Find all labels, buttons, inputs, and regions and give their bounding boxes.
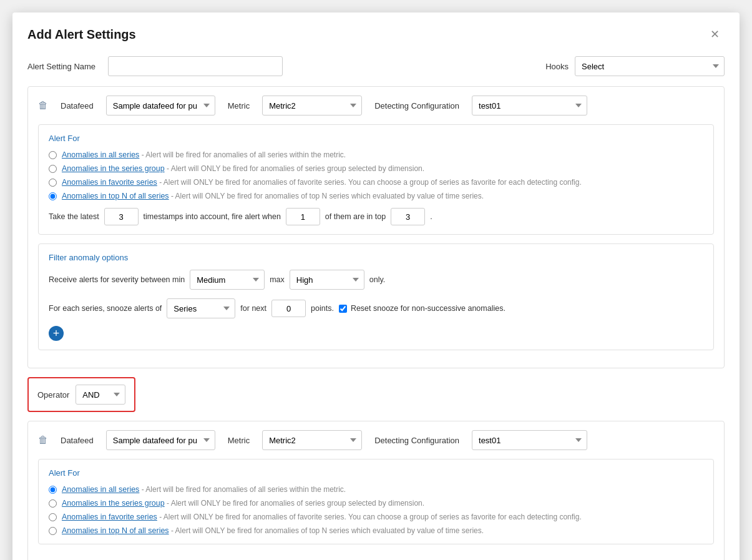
snooze-row-1: For each series, snooze alerts of Series…: [49, 298, 703, 318]
detecting-select-2[interactable]: test01: [472, 430, 587, 450]
operator-select[interactable]: AND OR: [76, 385, 125, 405]
snooze-points-suffix-1: points.: [311, 304, 334, 313]
radio-item-1c: Anomalies in favorite series - Alert wil…: [49, 178, 703, 187]
timestamps-input-val3-1[interactable]: [391, 208, 425, 225]
datafeed-label-1: Datafeed: [61, 101, 94, 111]
metric-select-1[interactable]: Metric2: [262, 96, 362, 115]
snooze-prefix-1: For each series, snooze alerts of: [49, 304, 162, 313]
detecting-select-1[interactable]: test01: [472, 96, 587, 115]
radio-top-n-series-2[interactable]: [49, 527, 57, 535]
operator-row: Operator AND OR: [27, 377, 135, 412]
add-filter-button-1[interactable]: +: [49, 326, 64, 341]
filter-title-1: Filter anomaly options: [49, 253, 703, 262]
severity-suffix-1: only.: [369, 275, 385, 284]
alert-for-title-1: Alert For: [49, 134, 703, 143]
alert-for-radio-group-1: Anomalies in all series - Alert will be …: [49, 150, 703, 200]
snooze-select-1[interactable]: Series Metric All: [167, 298, 235, 318]
timestamps-mid-1: timestamps into account, fire alert when: [144, 212, 281, 221]
reset-snooze-checkbox-group-1: Reset snooze for non-successive anomalie…: [339, 304, 505, 313]
trash-icon-1[interactable]: 🗑: [38, 100, 48, 111]
hooks-label: Hooks: [545, 62, 569, 71]
severity-min-select-1[interactable]: Medium Low High Critical: [190, 270, 265, 290]
trash-icon-2[interactable]: 🗑: [38, 435, 48, 446]
radio-item-1d: Anomalies in top N of all series - Alert…: [49, 192, 703, 200]
operator-label: Operator: [37, 390, 69, 400]
timestamps-input-val1-1[interactable]: [104, 208, 139, 225]
radio-all-series-1[interactable]: [49, 151, 57, 159]
radio-item-1b: Anomalies in the series group - Alert wi…: [49, 164, 703, 173]
radio-item-2c: Anomalies in favorite series - Alert wil…: [49, 513, 703, 521]
severity-prefix-1: Receive alerts for severity between min: [49, 275, 185, 284]
datafeed-select-2[interactable]: Sample datafeed for public: [106, 430, 215, 450]
condition-header-2: 🗑 Datafeed Sample datafeed for public Me…: [38, 430, 714, 450]
reset-snooze-checkbox-1[interactable]: [339, 305, 347, 313]
severity-max-select-1[interactable]: High Low Medium Critical: [290, 270, 364, 290]
alert-for-title-2: Alert For: [49, 468, 703, 478]
severity-max-prefix-1: max: [270, 275, 285, 284]
timestamps-input-val2-1[interactable]: [286, 208, 320, 225]
modal-header: Add Alert Settings ✕: [27, 25, 725, 44]
metric-label-1: Metric: [228, 101, 250, 111]
snooze-points-input-1[interactable]: [271, 300, 306, 317]
modal-container: Add Alert Settings ✕ Alert Setting Name …: [12, 12, 740, 560]
alert-setting-name-input[interactable]: [108, 56, 283, 76]
top-fields-row: Alert Setting Name Hooks Select: [27, 56, 725, 76]
condition-header-1: 🗑 Datafeed Sample datafeed for public Me…: [38, 96, 714, 115]
datafeed-select-1[interactable]: Sample datafeed for public: [106, 96, 215, 115]
radio-item-2b: Anomalies in the series group - Alert wi…: [49, 499, 703, 508]
datafeed-label-2: Datafeed: [61, 436, 94, 445]
radio-favorite-series-2[interactable]: [49, 513, 57, 521]
condition-block-2: 🗑 Datafeed Sample datafeed for public Me…: [27, 421, 725, 560]
severity-row-1: Receive alerts for severity between min …: [49, 270, 703, 290]
radio-item-2d: Anomalies in top N of all series - Alert…: [49, 526, 703, 535]
timestamps-prefix-1: Take the latest: [49, 212, 99, 221]
timestamps-row-1: Take the latest timestamps into account,…: [49, 208, 703, 225]
metric-label-2: Metric: [228, 436, 250, 445]
reset-snooze-label-1: Reset snooze for non-successive anomalie…: [351, 304, 505, 313]
filter-section-1: Filter anomaly options Receive alerts fo…: [38, 243, 714, 350]
radio-series-group-2[interactable]: [49, 499, 57, 508]
detecting-label-1: Detecting Configuration: [374, 101, 459, 111]
hooks-group: Hooks Select: [545, 56, 725, 76]
name-label: Alert Setting Name: [27, 62, 95, 71]
radio-item-2a: Anomalies in all series - Alert will be …: [49, 485, 703, 494]
timestamps-suffix-1: of them are in top: [325, 212, 386, 221]
close-button[interactable]: ✕: [705, 25, 725, 44]
hooks-select[interactable]: Select: [575, 56, 725, 76]
condition-block-1: 🗑 Datafeed Sample datafeed for public Me…: [27, 86, 725, 368]
modal-title: Add Alert Settings: [27, 27, 136, 42]
timestamps-end-1: .: [430, 212, 432, 221]
snooze-next-1: for next: [240, 304, 266, 313]
radio-item-1a: Anomalies in all series - Alert will be …: [49, 150, 703, 159]
alert-for-section-2: Alert For Anomalies in all series - Aler…: [38, 459, 714, 544]
radio-favorite-series-1[interactable]: [49, 179, 57, 187]
alert-for-radio-group-2: Anomalies in all series - Alert will be …: [49, 485, 703, 535]
radio-top-n-series-1[interactable]: [49, 192, 57, 200]
metric-select-2[interactable]: Metric2: [262, 430, 362, 450]
detecting-label-2: Detecting Configuration: [374, 436, 459, 445]
alert-for-section-1: Alert For Anomalies in all series - Aler…: [38, 124, 714, 235]
radio-all-series-2[interactable]: [49, 486, 57, 494]
radio-series-group-1[interactable]: [49, 165, 57, 173]
